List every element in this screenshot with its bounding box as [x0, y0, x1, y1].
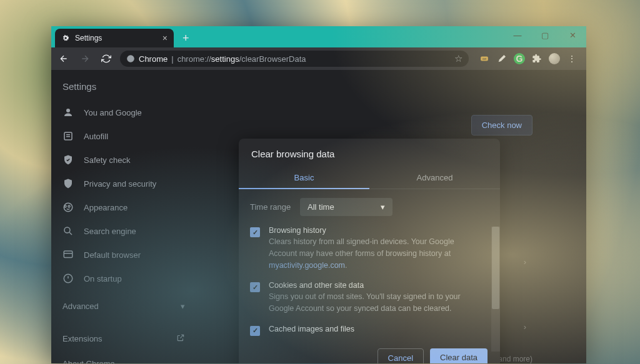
sidebar-item-label: Privacy and security [84, 179, 156, 189]
option-desc: Clears history from all signed-in device… [269, 236, 478, 271]
time-range-label: Time range [250, 202, 291, 212]
dialog-tabs: Basic Advanced [239, 167, 500, 189]
chevron-right-icon: › [524, 257, 526, 267]
chevron-right-icon: › [524, 322, 526, 332]
option-text: Browsing history Clears history from all… [269, 226, 478, 271]
sidebar-item-label: Default browser [84, 250, 141, 260]
sidebar-item-label: Safety check [84, 155, 130, 165]
external-link-icon [176, 333, 185, 344]
extension-icon[interactable]: Off [479, 53, 490, 64]
extension-icons: Off G ⋮ [475, 53, 581, 64]
sidebar-item-label: Search engine [84, 227, 136, 236]
sidebar-item-search-engine[interactable]: Search engine [51, 219, 196, 243]
reload-button[interactable] [99, 54, 114, 64]
cancel-button[interactable]: Cancel [378, 348, 424, 363]
clear-browsing-data-dialog: Clear browsing data Basic Advanced Time … [239, 139, 500, 363]
svg-rect-1 [481, 57, 488, 61]
sidebar-item-label: Autofill [84, 132, 108, 141]
checkbox[interactable] [250, 326, 260, 336]
profile-avatar[interactable] [549, 53, 560, 64]
back-button[interactable] [56, 54, 71, 64]
sidebar-item-label: About Chrome [62, 359, 115, 363]
minimize-button[interactable]: — [504, 26, 531, 44]
time-range-value: All time [308, 202, 334, 212]
sidebar-item-label: Appearance [84, 203, 128, 212]
sidebar-item-appearance[interactable]: Appearance [51, 195, 196, 219]
kebab-menu-icon[interactable]: ⋮ [566, 53, 578, 64]
checkbox[interactable] [250, 282, 260, 292]
tab-advanced[interactable]: Advanced [369, 167, 500, 189]
sidebar-item-autofill[interactable]: Autofill [51, 124, 196, 148]
chevron-down-icon: ▾ [181, 302, 185, 311]
dialog-body: Time range All time ▾ Browsing history C… [239, 189, 500, 338]
sidebar-advanced-toggle[interactable]: Advanced ▾ [51, 294, 196, 318]
svg-point-6 [64, 227, 70, 233]
sidebar-item-about-chrome[interactable]: About Chrome [51, 352, 196, 363]
close-icon[interactable]: × [162, 33, 168, 43]
url-path: chrome://settings/clearBrowserData [178, 54, 306, 64]
option-browsing-history[interactable]: Browsing history Clears history from all… [250, 226, 478, 271]
scrollbar-thumb[interactable] [492, 227, 499, 309]
maximize-button[interactable]: ▢ [531, 26, 559, 44]
option-title: Cookies and other site data [269, 281, 478, 290]
svg-point-8 [64, 274, 72, 283]
sidebar-item-extensions[interactable]: Extensions [51, 326, 196, 352]
myactivity-link[interactable]: myactivity.google.com [269, 261, 345, 270]
tag-extension-icon[interactable] [496, 53, 508, 64]
chevron-down-icon: ▾ [381, 202, 385, 212]
time-range-row: Time range All time ▾ [250, 198, 489, 216]
sidebar-item-safety-check[interactable]: Safety check [51, 148, 196, 172]
sidebar-item-label: On startup [84, 274, 122, 283]
sidebar-title: Settings [51, 77, 196, 101]
option-title: Cached images and files [269, 325, 354, 333]
new-tab-button[interactable]: + [178, 29, 194, 47]
toolbar: Chrome | chrome://settings/clearBrowserD… [51, 47, 586, 70]
settings-main: Check now › › › s, and more) [196, 70, 586, 363]
sidebar-item-on-startup[interactable]: On startup [51, 267, 196, 290]
option-desc: Signs you out of most sites. You'll stay… [269, 291, 478, 315]
close-window-button[interactable]: ✕ [559, 26, 586, 44]
svg-point-0 [127, 55, 134, 62]
sidebar-item-you-and-google[interactable]: You and Google [51, 101, 196, 124]
checkbox[interactable] [250, 227, 260, 237]
tab-title: Settings [75, 34, 102, 42]
sidebar-item-default-browser[interactable]: Default browser [51, 243, 196, 267]
dialog-footer: Cancel Clear data [239, 338, 500, 363]
option-cached[interactable]: Cached images and files [250, 325, 478, 336]
svg-point-3 [66, 109, 70, 112]
forward-button[interactable] [78, 54, 92, 64]
svg-text:Off: Off [482, 57, 487, 61]
time-range-select[interactable]: All time ▾ [300, 198, 392, 216]
clear-options: Browsing history Clears history from all… [250, 226, 489, 336]
settings-page: Settings You and Google Autofill Safety … [51, 70, 586, 363]
sidebar-item-privacy-security[interactable]: Privacy and security [51, 172, 196, 195]
clear-data-button[interactable]: Clear data [430, 348, 488, 363]
scrollbar[interactable] [491, 227, 500, 352]
option-title: Browsing history [269, 226, 478, 235]
chrome-icon [126, 54, 135, 63]
option-cookies[interactable]: Cookies and other site data Signs you ou… [250, 281, 478, 315]
browser-window: Settings × + — ▢ ✕ Chrome | chrome://set… [51, 26, 586, 363]
address-bar[interactable]: Chrome | chrome://settings/clearBrowserD… [120, 51, 469, 67]
puzzle-extension-icon[interactable] [531, 53, 542, 64]
gear-icon [61, 34, 70, 42]
settings-sidebar: Settings You and Google Autofill Safety … [51, 70, 196, 363]
grammarly-extension-icon[interactable]: G [514, 53, 525, 64]
dialog-title: Clear browsing data [239, 139, 500, 167]
tab-basic[interactable]: Basic [239, 167, 369, 189]
tab-strip: Settings × + — ▢ ✕ [51, 26, 586, 47]
browser-tab-settings[interactable]: Settings × [55, 29, 174, 47]
window-controls: — ▢ ✕ [504, 26, 586, 44]
url-origin: Chrome [139, 54, 168, 64]
url-separator: | [171, 54, 173, 64]
check-now-button[interactable]: Check now [471, 115, 532, 135]
sidebar-item-label: You and Google [84, 108, 142, 117]
bookmark-star-icon[interactable]: ☆ [454, 53, 462, 64]
svg-point-5 [64, 203, 72, 212]
sidebar-advanced-label: Advanced [62, 302, 99, 311]
background-hint-text: s, and more) [491, 355, 532, 363]
svg-rect-4 [64, 132, 72, 140]
sidebar-item-label: Extensions [62, 334, 102, 343]
option-text: Cached images and files [269, 325, 354, 336]
svg-rect-7 [64, 251, 72, 258]
